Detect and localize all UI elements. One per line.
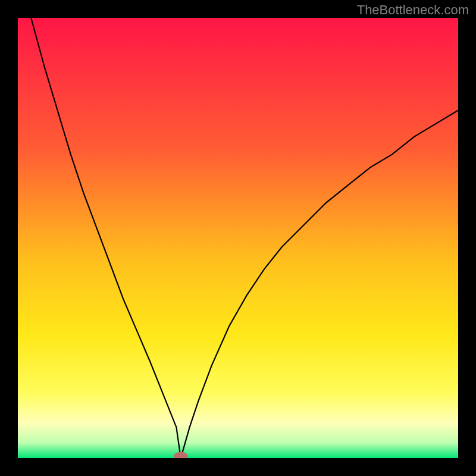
chart-frame: TheBottleneck.com xyxy=(0,0,476,476)
watermark-label: TheBottleneck.com xyxy=(357,2,469,18)
gradient-background xyxy=(18,18,458,458)
bottleneck-chart xyxy=(18,18,458,458)
